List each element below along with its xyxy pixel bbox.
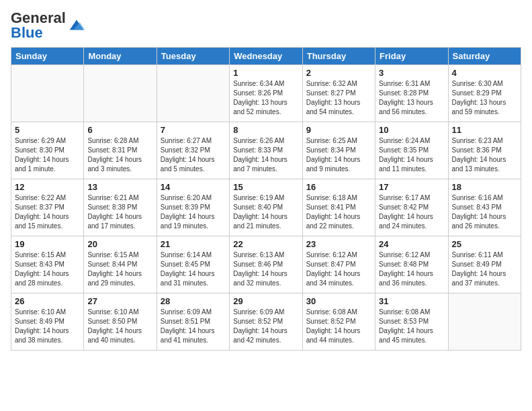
calendar-cell: 12Sunrise: 6:22 AMSunset: 8:37 PMDayligh… [11, 179, 84, 236]
day-info: Sunrise: 6:34 AMSunset: 8:26 PMDaylight:… [233, 79, 298, 117]
day-number: 13 [87, 182, 152, 192]
day-number: 21 [161, 239, 226, 249]
logo-icon [67, 16, 86, 35]
day-info: Sunrise: 6:25 AMSunset: 8:34 PMDaylight:… [306, 136, 371, 174]
day-info: Sunrise: 6:24 AMSunset: 8:35 PMDaylight:… [379, 136, 444, 174]
calendar-cell: 25Sunrise: 6:11 AMSunset: 8:49 PMDayligh… [448, 236, 521, 293]
calendar-week-row: 12Sunrise: 6:22 AMSunset: 8:37 PMDayligh… [11, 179, 521, 236]
day-number: 27 [87, 296, 152, 306]
calendar-cell: 10Sunrise: 6:24 AMSunset: 8:35 PMDayligh… [375, 122, 448, 179]
day-of-week-header: Friday [375, 48, 448, 65]
day-number: 11 [452, 125, 517, 135]
day-info: Sunrise: 6:18 AMSunset: 8:41 PMDaylight:… [306, 193, 371, 231]
calendar-cell: 30Sunrise: 6:08 AMSunset: 8:52 PMDayligh… [302, 293, 375, 351]
day-number: 3 [379, 68, 444, 78]
day-info: Sunrise: 6:13 AMSunset: 8:46 PMDaylight:… [233, 250, 298, 288]
day-info: Sunrise: 6:10 AMSunset: 8:50 PMDaylight:… [87, 308, 152, 345]
day-number: 16 [306, 182, 371, 192]
day-number: 5 [15, 125, 80, 135]
page-header: General Blue [11, 11, 521, 40]
day-info: Sunrise: 6:32 AMSunset: 8:27 PMDaylight:… [306, 79, 371, 117]
day-info: Sunrise: 6:11 AMSunset: 8:49 PMDaylight:… [452, 250, 517, 288]
calendar-cell: 14Sunrise: 6:20 AMSunset: 8:39 PMDayligh… [157, 179, 229, 236]
day-number: 10 [379, 125, 444, 135]
day-number: 14 [161, 182, 226, 192]
day-info: Sunrise: 6:26 AMSunset: 8:33 PMDaylight:… [233, 136, 298, 174]
day-of-week-header: Tuesday [157, 48, 229, 65]
calendar-cell: 4Sunrise: 6:30 AMSunset: 8:29 PMDaylight… [448, 65, 521, 122]
day-info: Sunrise: 6:23 AMSunset: 8:36 PMDaylight:… [452, 136, 517, 174]
day-number: 30 [306, 296, 371, 306]
calendar-cell: 1Sunrise: 6:34 AMSunset: 8:26 PMDaylight… [230, 65, 302, 122]
calendar-cell: 18Sunrise: 6:16 AMSunset: 8:43 PMDayligh… [448, 179, 521, 236]
day-info: Sunrise: 6:15 AMSunset: 8:44 PMDaylight:… [87, 250, 152, 288]
day-number: 23 [306, 239, 371, 249]
calendar-cell: 11Sunrise: 6:23 AMSunset: 8:36 PMDayligh… [448, 122, 521, 179]
day-info: Sunrise: 6:09 AMSunset: 8:52 PMDaylight:… [233, 308, 298, 345]
day-number: 2 [306, 68, 371, 78]
day-of-week-header: Sunday [11, 48, 84, 65]
day-number: 9 [306, 125, 371, 135]
calendar-cell: 21Sunrise: 6:14 AMSunset: 8:45 PMDayligh… [157, 236, 229, 293]
day-info: Sunrise: 6:17 AMSunset: 8:42 PMDaylight:… [379, 193, 444, 231]
day-number: 26 [15, 296, 80, 306]
calendar-cell: 22Sunrise: 6:13 AMSunset: 8:46 PMDayligh… [230, 236, 302, 293]
day-number: 29 [233, 296, 298, 306]
logo-blue: Blue [11, 24, 43, 41]
calendar-cell: 28Sunrise: 6:09 AMSunset: 8:51 PMDayligh… [157, 293, 229, 351]
day-info: Sunrise: 6:30 AMSunset: 8:29 PMDaylight:… [452, 79, 517, 117]
calendar-cell: 13Sunrise: 6:21 AMSunset: 8:38 PMDayligh… [84, 179, 157, 236]
calendar-cell: 29Sunrise: 6:09 AMSunset: 8:52 PMDayligh… [230, 293, 302, 351]
day-number: 20 [87, 239, 152, 249]
calendar-cell [157, 65, 229, 122]
calendar-cell: 5Sunrise: 6:29 AMSunset: 8:30 PMDaylight… [11, 122, 84, 179]
day-info: Sunrise: 6:29 AMSunset: 8:30 PMDaylight:… [15, 136, 80, 174]
calendar-cell: 3Sunrise: 6:31 AMSunset: 8:28 PMDaylight… [375, 65, 448, 122]
day-info: Sunrise: 6:10 AMSunset: 8:49 PMDaylight:… [15, 308, 80, 345]
day-number: 15 [233, 182, 298, 192]
calendar-cell: 8Sunrise: 6:26 AMSunset: 8:33 PMDaylight… [230, 122, 302, 179]
calendar-header-row: SundayMondayTuesdayWednesdayThursdayFrid… [11, 48, 521, 65]
calendar-cell: 9Sunrise: 6:25 AMSunset: 8:34 PMDaylight… [302, 122, 375, 179]
logo: General Blue [11, 11, 86, 40]
day-number: 22 [233, 239, 298, 249]
day-info: Sunrise: 6:15 AMSunset: 8:43 PMDaylight:… [15, 250, 80, 288]
day-info: Sunrise: 6:08 AMSunset: 8:52 PMDaylight:… [306, 308, 371, 345]
day-number: 28 [161, 296, 226, 306]
calendar-cell: 23Sunrise: 6:12 AMSunset: 8:47 PMDayligh… [302, 236, 375, 293]
day-info: Sunrise: 6:28 AMSunset: 8:31 PMDaylight:… [87, 136, 152, 174]
day-of-week-header: Thursday [302, 48, 375, 65]
day-number: 25 [452, 239, 517, 249]
calendar-cell: 15Sunrise: 6:19 AMSunset: 8:40 PMDayligh… [230, 179, 302, 236]
calendar-cell: 19Sunrise: 6:15 AMSunset: 8:43 PMDayligh… [11, 236, 84, 293]
day-info: Sunrise: 6:14 AMSunset: 8:45 PMDaylight:… [161, 250, 226, 288]
calendar-cell: 24Sunrise: 6:12 AMSunset: 8:48 PMDayligh… [375, 236, 448, 293]
calendar-week-row: 19Sunrise: 6:15 AMSunset: 8:43 PMDayligh… [11, 236, 521, 293]
calendar-cell: 6Sunrise: 6:28 AMSunset: 8:31 PMDaylight… [84, 122, 157, 179]
day-info: Sunrise: 6:19 AMSunset: 8:40 PMDaylight:… [233, 193, 298, 231]
day-info: Sunrise: 6:12 AMSunset: 8:48 PMDaylight:… [379, 250, 444, 288]
calendar-cell: 7Sunrise: 6:27 AMSunset: 8:32 PMDaylight… [157, 122, 229, 179]
day-number: 17 [379, 182, 444, 192]
calendar-cell: 2Sunrise: 6:32 AMSunset: 8:27 PMDaylight… [302, 65, 375, 122]
calendar-cell [11, 65, 84, 122]
day-of-week-header: Monday [84, 48, 157, 65]
calendar-cell: 26Sunrise: 6:10 AMSunset: 8:49 PMDayligh… [11, 293, 84, 351]
day-number: 24 [379, 239, 444, 249]
calendar-cell: 16Sunrise: 6:18 AMSunset: 8:41 PMDayligh… [302, 179, 375, 236]
calendar-table: SundayMondayTuesdayWednesdayThursdayFrid… [11, 47, 521, 351]
calendar-cell: 27Sunrise: 6:10 AMSunset: 8:50 PMDayligh… [84, 293, 157, 351]
day-info: Sunrise: 6:20 AMSunset: 8:39 PMDaylight:… [161, 193, 226, 231]
day-number: 4 [452, 68, 517, 78]
day-info: Sunrise: 6:12 AMSunset: 8:47 PMDaylight:… [306, 250, 371, 288]
day-info: Sunrise: 6:22 AMSunset: 8:37 PMDaylight:… [15, 193, 80, 231]
day-number: 7 [161, 125, 226, 135]
day-number: 8 [233, 125, 298, 135]
day-of-week-header: Saturday [448, 48, 521, 65]
calendar-cell [448, 293, 521, 351]
day-number: 31 [379, 296, 444, 306]
calendar-week-row: 1Sunrise: 6:34 AMSunset: 8:26 PMDaylight… [11, 65, 521, 122]
day-info: Sunrise: 6:09 AMSunset: 8:51 PMDaylight:… [161, 308, 226, 345]
day-of-week-header: Wednesday [230, 48, 302, 65]
logo-text: General Blue [11, 11, 66, 40]
